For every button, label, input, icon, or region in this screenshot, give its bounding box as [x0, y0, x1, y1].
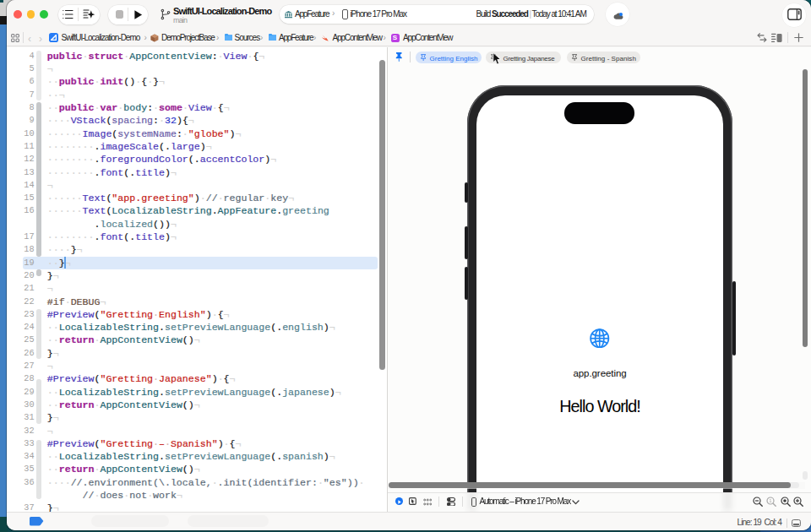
svg-text:1: 1 — [769, 498, 772, 503]
